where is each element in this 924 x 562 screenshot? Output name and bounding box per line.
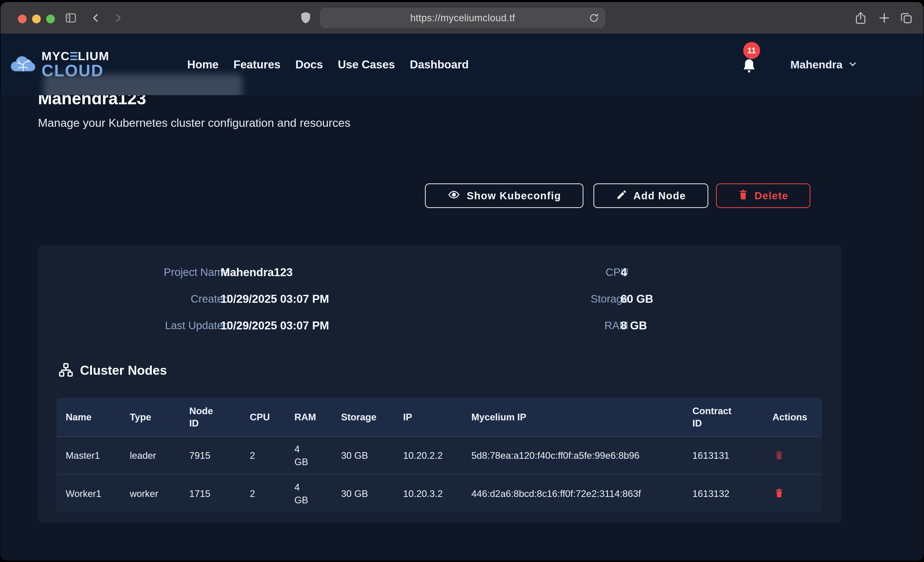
cell-mycelium-ip: 446:d2a6:8bcd:8c16:ff0f:72e2:3114:863f [462, 475, 683, 513]
cell-contract-id: 1613131 [683, 437, 763, 475]
ram-label: RAM [525, 320, 628, 332]
browser-toolbar: https://myceliumcloud.tf [0, 2, 924, 34]
cluster-nodes-title: Cluster Nodes [80, 363, 167, 378]
nav-link-docs[interactable]: Docs [296, 58, 323, 71]
nav-link-home[interactable]: Home [187, 58, 219, 71]
table-row: Master1 leader 7915 2 4 GB 30 GB 10.20.2… [56, 437, 822, 475]
privacy-blur-patch [44, 74, 242, 95]
table-row: Worker1 worker 1715 2 4 GB 30 GB 10.20.3… [56, 475, 822, 513]
cell-type: leader [120, 437, 180, 475]
cluster-nodes-section-header: Cluster Nodes [58, 362, 167, 378]
cell-cpu: 2 [240, 437, 285, 475]
chevron-down-icon [848, 59, 858, 70]
col-header-type: Type [120, 398, 180, 437]
trash-icon [738, 189, 748, 203]
cell-ram: 4 GB [285, 475, 332, 513]
col-header-mycelium-ip: Mycelium IP [462, 398, 683, 437]
close-window-button[interactable] [18, 15, 27, 23]
page-subtitle: Manage your Kubernetes cluster configura… [38, 116, 350, 130]
show-kubeconfig-label: Show Kubeconfig [467, 190, 561, 202]
bell-icon [741, 58, 757, 76]
reload-icon[interactable] [588, 12, 600, 25]
cell-storage: 30 GB [332, 475, 394, 513]
col-header-ram: RAM [285, 398, 332, 437]
forward-icon[interactable] [111, 2, 125, 34]
logo-word-mycelium: MYCLIUM [42, 50, 109, 63]
cell-storage: 30 GB [332, 437, 394, 475]
storage-value: 60 GB [621, 293, 653, 305]
nodes-table: Name Type Node ID CPU RAM Storage IP Myc… [56, 398, 822, 513]
project-name-value: Mahendra123 [220, 266, 292, 279]
delete-cluster-button[interactable]: Delete [716, 184, 810, 208]
cell-actions [763, 475, 822, 513]
pencil-icon [616, 189, 627, 203]
delete-label: Delete [754, 190, 788, 202]
cell-node-id: 7915 [180, 437, 240, 475]
cpu-label: CPU [525, 266, 628, 278]
share-icon[interactable] [852, 2, 869, 34]
last-updated-value: 10/29/2025 03:07 PM [220, 319, 329, 332]
cell-ip: 10.20.3.2 [394, 475, 462, 513]
address-bar[interactable]: https://myceliumcloud.tf [320, 8, 605, 28]
app-navbar: MYCLIUM CLOUD Home Features Docs Use Cas… [0, 34, 924, 95]
show-kubeconfig-button[interactable]: Show Kubeconfig [425, 184, 584, 208]
storage-label: Storage [525, 293, 628, 305]
cell-type: worker [120, 475, 180, 513]
cell-contract-id: 1613132 [683, 475, 763, 513]
cell-name: Master1 [56, 437, 120, 475]
cell-cpu: 2 [240, 475, 285, 513]
delete-node-button[interactable] [772, 448, 786, 463]
col-header-name: Name [56, 398, 120, 437]
screenshot-root: https://myceliumcloud.tf [0, 0, 924, 562]
nav-link-dashboard[interactable]: Dashboard [410, 58, 469, 71]
cell-name: Worker1 [56, 475, 120, 513]
col-header-cpu: CPU [240, 398, 285, 437]
stylized-e-icon [70, 52, 77, 60]
nav-link-features[interactable]: Features [233, 58, 280, 71]
user-menu[interactable]: Mahendra [790, 34, 858, 95]
notification-count-badge: 11 [743, 42, 760, 59]
ram-value: 8 GB [621, 319, 647, 332]
back-icon[interactable] [89, 2, 103, 34]
last-updated-label: Last Updated [89, 320, 229, 332]
tab-overview-icon[interactable] [898, 2, 915, 34]
col-header-contract-id: Contract ID [683, 398, 763, 437]
created-label: Created [89, 293, 229, 305]
sidebar-toggle-icon[interactable] [63, 2, 78, 34]
new-tab-icon[interactable] [876, 2, 892, 34]
add-node-button[interactable]: Add Node [593, 184, 708, 208]
project-name-label: Project Name [89, 266, 229, 278]
minimize-window-button[interactable] [32, 15, 41, 23]
notifications-button[interactable]: 11 [737, 34, 768, 95]
nav-link-use-cases[interactable]: Use Cases [338, 58, 395, 71]
add-node-label: Add Node [633, 190, 686, 202]
eye-icon [447, 189, 460, 203]
col-header-actions: Actions [763, 398, 822, 437]
trash-icon [774, 457, 784, 461]
sitemap-icon [58, 362, 74, 378]
table-header-row: Name Type Node ID CPU RAM Storage IP Myc… [56, 398, 822, 437]
trash-icon [774, 495, 784, 499]
safari-window: https://myceliumcloud.tf [0, 2, 924, 561]
col-header-node-id: Node ID [180, 398, 240, 437]
cell-ram: 4 GB [285, 437, 332, 475]
col-header-storage: Storage [332, 398, 394, 437]
delete-node-button[interactable] [772, 486, 786, 501]
user-name: Mahendra [790, 58, 843, 71]
cloud-tree-icon [9, 51, 38, 77]
created-value: 10/29/2025 03:07 PM [220, 293, 329, 305]
zoom-window-button[interactable] [46, 15, 55, 23]
cell-ip: 10.20.2.2 [394, 437, 462, 475]
privacy-shield-icon[interactable] [298, 2, 314, 34]
cell-node-id: 1715 [180, 475, 240, 513]
cpu-value: 4 [621, 266, 627, 279]
url-text: https://myceliumcloud.tf [410, 13, 515, 24]
col-header-ip: IP [394, 398, 462, 437]
cluster-details-card: Project Name Mahendra123 Created 10/29/2… [38, 245, 841, 523]
cell-actions [763, 437, 822, 475]
cell-mycelium-ip: 5d8:78ea:a120:f40c:ff0f:a5fe:99e6:8b96 [462, 437, 683, 475]
